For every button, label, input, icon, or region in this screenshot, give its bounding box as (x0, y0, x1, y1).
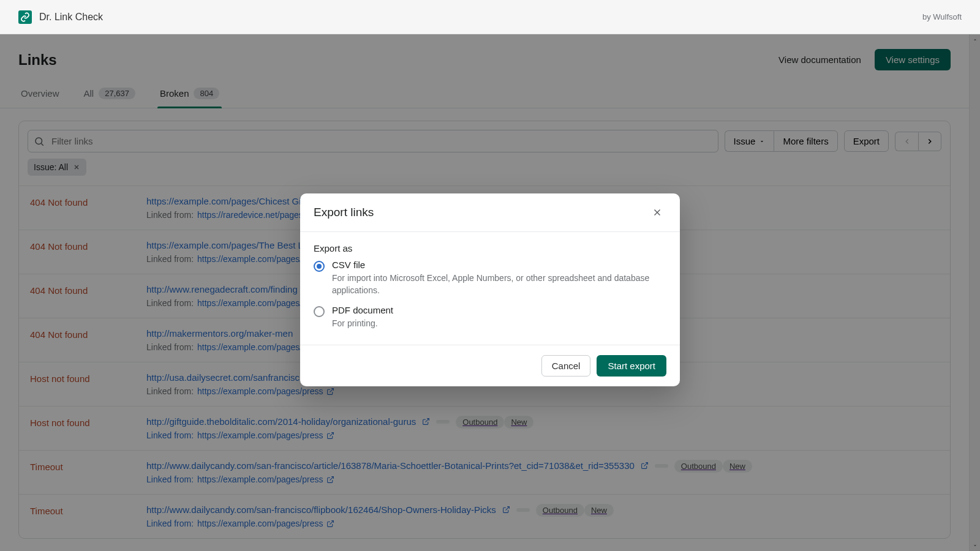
topbar: Dr. Link Check by Wulfsoft (0, 0, 980, 34)
radio-button-pdf[interactable] (314, 306, 325, 317)
radio-label: CSV file (332, 260, 666, 270)
radio-text: PDF document For printing. (332, 305, 393, 330)
app-name: Dr. Link Check (39, 12, 103, 23)
start-export-button[interactable]: Start export (597, 355, 666, 377)
export-links-modal: Export links Export as CSV file For impo… (300, 193, 680, 386)
modal-title: Export links (314, 206, 374, 219)
radio-desc: For printing. (332, 318, 393, 330)
modal-footer: Cancel Start export (300, 345, 680, 386)
radio-label: PDF document (332, 305, 393, 315)
export-as-label: Export as (314, 243, 666, 253)
radio-desc: For import into Microsoft Excel, Apple N… (332, 272, 666, 296)
modal-body: Export as CSV file For import into Micro… (300, 232, 680, 345)
close-icon (652, 207, 663, 218)
modal-header: Export links (300, 193, 680, 232)
by-wulfsoft: by Wulfsoft (922, 12, 962, 21)
radio-button-csv[interactable] (314, 261, 325, 272)
topbar-left: Dr. Link Check (18, 10, 103, 24)
radio-text: CSV file For import into Microsoft Excel… (332, 260, 666, 296)
radio-pdf[interactable]: PDF document For printing. (314, 305, 666, 330)
modal-overlay[interactable]: Export links Export as CSV file For impo… (0, 34, 980, 551)
app-logo (18, 10, 32, 24)
radio-csv[interactable]: CSV file For import into Microsoft Excel… (314, 260, 666, 296)
modal-close-button[interactable] (648, 204, 666, 220)
cancel-button[interactable]: Cancel (541, 355, 591, 377)
